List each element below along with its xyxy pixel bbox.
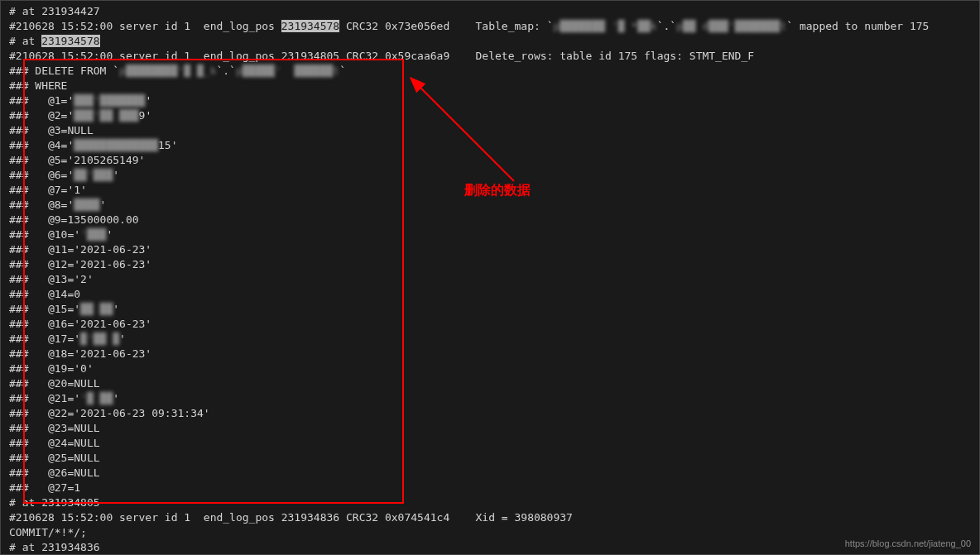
log-line: ### @21=''█ ██' (9, 391, 971, 406)
log-line: ### @12='2021-06-23' (9, 257, 971, 272)
log-line: ### @3=NULL (9, 123, 971, 138)
log-line: ### @19='0' (9, 361, 971, 376)
log-line: ### DELETE FROM `p████████'█ █_k`.`p████… (9, 64, 971, 79)
log-line: ### @26=NULL (9, 466, 971, 481)
terminal-output: # at 231934427 #210628 15:52:00 server i… (9, 4, 971, 555)
censored-text: p████████'█ █_k (119, 65, 216, 77)
log-line: ### @25=NULL (9, 451, 971, 466)
log-line: # at 231934578 (9, 34, 971, 49)
annotation-label: 删除的数据 (464, 181, 531, 199)
censored-text: p███████ '█ *██k (553, 20, 656, 32)
censored-text: '█ ██ (80, 392, 113, 404)
censored-text: ███'██ ███ (74, 109, 138, 122)
censored-text: ███'███████ (74, 94, 145, 107)
log-line: ### @20=NULL (9, 376, 971, 391)
highlighted-pos: 231934578 (281, 20, 339, 32)
log-line: COMMIT/*!*/; (9, 525, 971, 540)
censored-text: '███ (80, 228, 106, 241)
log-line: ### @27=1 (9, 481, 971, 495)
log-line: ### @1='███'███████' (9, 93, 971, 108)
log-line: ### @24=NULL (9, 436, 971, 451)
log-line: # at 231934805 (9, 495, 971, 510)
log-line: ### @23=NULL (9, 421, 971, 436)
log-line: ### @14=0 (9, 287, 971, 302)
log-line: ### @18='2021-06-23' (9, 347, 971, 361)
log-line: #210628 15:52:00 server id 1 end_log_pos… (9, 19, 971, 34)
censored-text: █'██ █ (80, 333, 119, 345)
log-line: ### @22='2021-06-23 09:31:34' (9, 406, 971, 421)
censored-text: p██ d███'███████t (676, 20, 786, 32)
censored-text: █████████████ (74, 139, 158, 151)
censored-text: p█████' ██████t (236, 65, 339, 77)
log-line: ### @5='2105265149' (9, 153, 971, 168)
censored-text: ██'███ (74, 169, 113, 181)
log-line: #210628 15:52:00 server id 1 end_log_pos… (9, 510, 971, 525)
log-line: ### WHERE (9, 79, 971, 93)
log-line: ### @8='████' (9, 198, 971, 213)
log-line: ### @16='2021-06-23' (9, 317, 971, 332)
log-line: #210628 15:52:00 server id 1 end_log_pos… (9, 49, 971, 64)
log-line: ### @9=13500000.00 (9, 213, 971, 227)
censored-text: ████ (74, 199, 99, 211)
log-line: ### @13='2' (9, 272, 971, 287)
log-line: # at 231934427 (9, 4, 971, 19)
highlighted-pos: 231934578 (41, 35, 99, 47)
log-line: ### @4='█████████████15' (9, 138, 971, 153)
log-line: # at 231934836 (9, 540, 971, 555)
log-line: ### @15='██ ██' (9, 302, 971, 317)
log-line: ### @17='█'██ █' (9, 332, 971, 347)
log-line: ### @2='███'██ ███9' (9, 108, 971, 123)
watermark-text: https://blog.csdn.net/jiateng_00 (845, 538, 971, 550)
log-line: ### @11='2021-06-23' (9, 242, 971, 257)
censored-text: ██ ██ (80, 303, 113, 315)
log-line: ### @10=''███' (9, 227, 971, 242)
